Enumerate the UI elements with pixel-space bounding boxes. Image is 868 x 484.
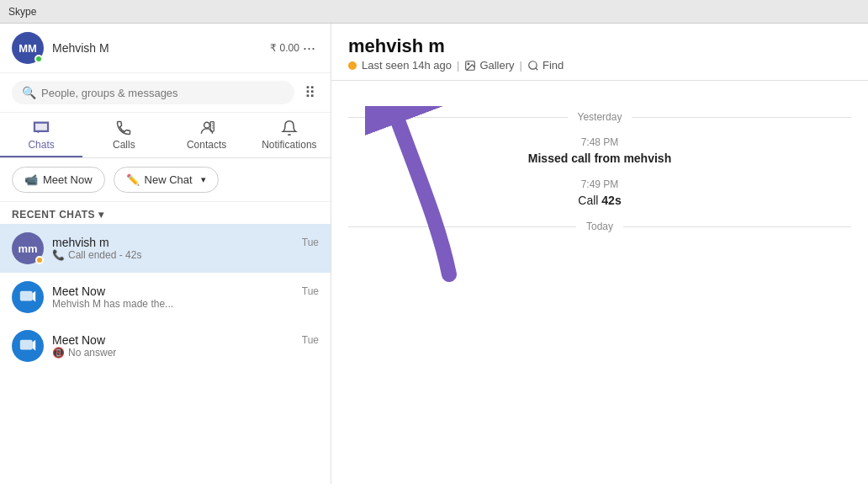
- sidebar: MM Mehvish M ₹ 0.00 ··· 🔍 ⠿: [0, 24, 331, 484]
- chat-name-row-2: Meet Now Tue: [52, 285, 319, 298]
- svg-rect-6: [20, 291, 33, 301]
- chat-preview-2: Mehvish M has made the...: [52, 298, 319, 310]
- tab-calls[interactable]: Calls: [82, 113, 165, 157]
- recent-chats-label: RECENT CHATS: [12, 209, 95, 221]
- tab-chats[interactable]: Chats: [0, 113, 82, 157]
- away-status-indicator: [35, 256, 44, 264]
- video-icon: 📹: [24, 173, 38, 186]
- action-buttons: 📹 Meet Now ✏️ New Chat ▾: [0, 158, 331, 202]
- tab-notifications-label: Notifications: [262, 139, 316, 151]
- meet-now-icon-2: [19, 337, 37, 355]
- chat-info-mehvish: mehvish m Tue 📞 Call ended - 42s: [52, 236, 319, 261]
- profile-header: MM Mehvish M ₹ 0.00 ···: [0, 24, 331, 73]
- app-container: MM Mehvish M ₹ 0.00 ··· 🔍 ⠿: [0, 24, 868, 484]
- find-link[interactable]: Find: [527, 59, 564, 72]
- svg-marker-9: [33, 340, 36, 351]
- avatar[interactable]: MM: [12, 32, 44, 64]
- avatar-meet-now-1: [12, 281, 44, 313]
- chevron-down-icon: ▾: [201, 174, 206, 185]
- chat-item-meet-now-2[interactable]: Meet Now Tue 📵 No answer: [0, 322, 331, 370]
- chat-time: Tue: [302, 237, 319, 248]
- chat-info-meet-now-1: Meet Now Tue Mehvish M has made the...: [52, 285, 319, 310]
- date-divider-today: Today: [348, 221, 851, 232]
- contacts-icon: [198, 120, 215, 136]
- chat-title: mehvish m: [348, 35, 851, 57]
- message-time-1: 7:48 PM: [348, 136, 851, 148]
- message-call: 7:49 PM Call 42s: [348, 178, 851, 207]
- meet-now-icon-1: [19, 288, 37, 306]
- chat-list: mm mehvish m Tue 📞 Call ended - 42s: [0, 224, 331, 484]
- search-icon: 🔍: [22, 86, 36, 99]
- chat-name: mehvish m: [52, 236, 109, 249]
- chat-item-meet-now-1[interactable]: Meet Now Tue Mehvish M has made the...: [0, 273, 331, 322]
- message-text-1: Missed call from mehvish: [348, 152, 851, 165]
- chat-time-3: Tue: [302, 334, 319, 346]
- svg-point-1: [204, 122, 209, 128]
- avatar-meet-now-2: [12, 330, 44, 362]
- svg-point-11: [468, 63, 469, 65]
- collapse-icon: ▾: [98, 209, 104, 221]
- new-chat-button[interactable]: ✏️ New Chat ▾: [114, 167, 219, 193]
- dialpad-button[interactable]: ⠿: [301, 80, 319, 105]
- avatar-mehvish: mm: [12, 232, 44, 264]
- chat-preview-3: 📵 No answer: [52, 347, 319, 359]
- yesterday-label: Yesterday: [578, 111, 622, 123]
- tab-contacts[interactable]: Contacts: [166, 113, 248, 157]
- chat-name-row: mehvish m Tue: [52, 236, 319, 249]
- chat-name-row-3: Meet Now Tue: [52, 333, 319, 347]
- messages-area[interactable]: Yesterday 7:48 PM Missed call from mehvi…: [331, 81, 868, 484]
- find-label: Find: [542, 59, 564, 72]
- message-time-2: 7:49 PM: [348, 178, 851, 190]
- meet-now-button[interactable]: 📹 Meet Now: [12, 167, 105, 193]
- more-options-button[interactable]: ···: [299, 36, 319, 61]
- recent-chats-header[interactable]: RECENT CHATS ▾: [0, 202, 331, 224]
- tab-contacts-label: Contacts: [187, 139, 226, 151]
- chat-info-meet-now-2: Meet Now Tue 📵 No answer: [52, 333, 319, 359]
- calls-icon: [115, 120, 132, 136]
- message-missed-call: 7:48 PM Missed call from mehvish: [348, 136, 851, 165]
- profile-name: Mehvish M: [52, 41, 263, 55]
- online-status-indicator: [34, 55, 43, 63]
- chat-item-mehvish[interactable]: mm mehvish m Tue 📞 Call ended - 42s: [0, 224, 331, 273]
- message-text-2: Call 42s: [348, 194, 851, 207]
- chat-name-3: Meet Now: [52, 333, 105, 347]
- gallery-icon: [464, 60, 476, 72]
- chats-icon: [33, 120, 50, 136]
- chat-preview: 📞 Call ended - 42s: [52, 249, 319, 261]
- wifi-off-icon: 📵: [52, 347, 65, 359]
- last-seen-text: Last seen 14h ago: [362, 59, 452, 72]
- svg-rect-8: [20, 340, 33, 350]
- meta-separator-2: |: [520, 59, 522, 72]
- search-wrapper[interactable]: 🔍: [12, 81, 294, 104]
- tab-chats-label: Chats: [28, 139, 54, 151]
- search-input[interactable]: [41, 87, 284, 99]
- chat-name-2: Meet Now: [52, 285, 105, 298]
- svg-marker-7: [33, 291, 36, 302]
- search-bar: 🔍 ⠿: [0, 73, 331, 113]
- chat-time-2: Tue: [302, 285, 319, 297]
- meet-now-label: Meet Now: [43, 173, 93, 186]
- gallery-link[interactable]: Gallery: [464, 59, 514, 72]
- phone-icon: 📞: [52, 249, 65, 261]
- app-title: Skype: [8, 6, 36, 18]
- meta-separator-1: |: [457, 59, 459, 72]
- date-divider-yesterday: Yesterday: [348, 111, 851, 123]
- compose-icon: ✏️: [126, 173, 140, 186]
- main-panel: mehvish m Last seen 14h ago | Gallery |: [331, 24, 868, 484]
- profile-balance: ₹ 0.00: [270, 42, 299, 54]
- last-seen-dot: [348, 61, 357, 70]
- chat-meta: Last seen 14h ago | Gallery |: [348, 59, 851, 72]
- svg-line-13: [536, 67, 538, 70]
- title-bar: Skype: [0, 0, 868, 24]
- gallery-label: Gallery: [479, 59, 514, 72]
- svg-point-12: [529, 61, 537, 68]
- tab-calls-label: Calls: [113, 139, 135, 151]
- find-icon: [527, 60, 539, 72]
- new-chat-label: New Chat: [145, 173, 193, 186]
- chat-header: mehvish m Last seen 14h ago | Gallery |: [331, 24, 868, 81]
- tab-notifications[interactable]: Notifications: [248, 113, 331, 157]
- nav-tabs: Chats Calls Contacts: [0, 113, 331, 158]
- today-label: Today: [586, 221, 613, 232]
- notifications-icon: [281, 120, 298, 136]
